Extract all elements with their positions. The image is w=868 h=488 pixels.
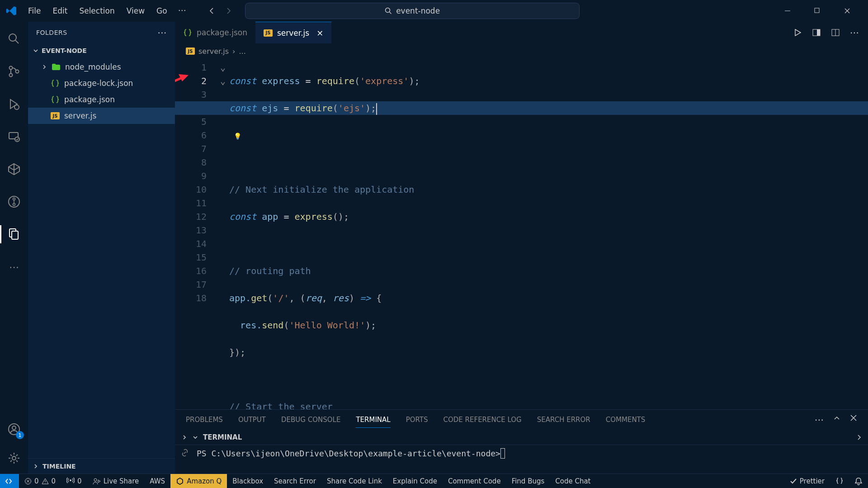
run-debug-icon[interactable] — [6, 96, 22, 112]
project-name: EVENT-NODE — [42, 47, 87, 54]
explorer-activity-icon[interactable] — [6, 226, 22, 242]
status-explain[interactable]: Explain Code — [387, 474, 443, 488]
sidebar-more-icon[interactable]: ⋯ — [158, 27, 167, 38]
breadcrumb-more: ... — [239, 47, 245, 56]
sidebar: FOLDERS ⋯ EVENT-NODE node_modules packag… — [28, 22, 175, 474]
code-content[interactable]: const express = require('express'); cons… — [229, 59, 868, 409]
close-icon[interactable] — [837, 2, 857, 20]
terminal-expand-icon[interactable] — [855, 434, 863, 441]
tree-file-server-js[interactable]: JS server.js — [28, 108, 175, 124]
lightbulb-icon[interactable]: 💡 — [234, 133, 241, 140]
file-tree: node_modules package-lock.json package.j… — [28, 58, 175, 458]
panel-tab-debug[interactable]: DEBUG CONSOLE — [281, 412, 340, 427]
status-problems[interactable]: 0 0 — [19, 474, 61, 488]
panel-tab-searcherr[interactable]: SEARCH ERROR — [537, 412, 590, 427]
panel-tabs: PROBLEMS OUTPUT DEBUG CONSOLE TERMINAL P… — [175, 410, 868, 430]
panel-tab-problems[interactable]: PROBLEMS — [186, 412, 223, 427]
svg-point-11 — [13, 204, 15, 206]
chevron-down-icon — [33, 47, 39, 54]
status-comment[interactable]: Comment Code — [443, 474, 506, 488]
panel-tab-ports[interactable]: PORTS — [406, 412, 428, 427]
fold-icon[interactable]: ⌄ — [220, 61, 229, 74]
panel-more-icon[interactable]: ⋯ — [815, 414, 824, 425]
menu-file[interactable]: File — [23, 3, 46, 19]
status-searcherror[interactable]: Search Error — [269, 474, 321, 488]
chevron-down-icon — [192, 434, 198, 441]
breadcrumb-separator: › — [232, 47, 235, 56]
status-aws[interactable]: AWS — [144, 474, 170, 488]
amazonq-icon — [176, 477, 184, 485]
sidebar-header: FOLDERS ⋯ — [28, 22, 175, 43]
status-codechat[interactable]: Code Chat — [550, 474, 596, 488]
folder-icon — [52, 62, 61, 71]
panel-tab-output[interactable]: OUTPUT — [238, 412, 266, 427]
check-icon — [790, 478, 797, 485]
svg-point-6 — [14, 105, 19, 109]
terminal-header[interactable]: TERMINAL — [175, 430, 868, 445]
tree-label: server.js — [64, 111, 96, 120]
tab-close-icon[interactable]: × — [316, 28, 323, 38]
more-actions-icon[interactable]: ⋯ — [850, 27, 859, 38]
panel-maximize-icon[interactable] — [833, 414, 841, 425]
menu-edit[interactable]: Edit — [47, 3, 73, 19]
menu-view[interactable]: View — [121, 3, 150, 19]
source-control-icon[interactable] — [6, 63, 22, 80]
status-liveshare[interactable]: Live Share — [87, 474, 145, 488]
run-icon[interactable] — [793, 28, 802, 37]
accounts-icon[interactable]: 1 — [6, 421, 22, 437]
error-icon — [24, 478, 32, 485]
settings-gear-icon[interactable] — [6, 450, 22, 466]
tab-label: server.js — [277, 28, 309, 38]
terminal-body[interactable]: PS C:\Users\ijeon\OneDrive\Desktop\examp… — [175, 445, 868, 474]
svg-point-4 — [9, 74, 13, 77]
command-center[interactable]: event-node — [245, 3, 580, 19]
svg-point-0 — [386, 8, 390, 13]
nav-forward-icon[interactable] — [222, 4, 236, 18]
fold-icon[interactable]: ⌄ — [220, 74, 229, 88]
extensions-icon[interactable] — [6, 161, 22, 177]
tree-file-package-lock[interactable]: package-lock.json — [28, 75, 175, 91]
more-activity-icon[interactable]: ⋯ — [6, 259, 22, 275]
menu-selection[interactable]: Selection — [74, 3, 120, 19]
svg-point-2 — [9, 34, 16, 41]
project-section[interactable]: EVENT-NODE — [28, 43, 175, 58]
status-blackbox[interactable]: Blackbox — [227, 474, 269, 488]
git-graph-icon[interactable] — [6, 194, 22, 210]
terminal-link-icon[interactable] — [181, 449, 189, 457]
minimize-icon[interactable] — [778, 2, 797, 20]
breadcrumb[interactable]: JS server.js › ... — [175, 43, 868, 59]
status-findbugs[interactable]: Find Bugs — [506, 474, 550, 488]
status-prettier[interactable]: Prettier — [784, 477, 830, 485]
json-icon — [183, 28, 192, 37]
tree-file-package-json[interactable]: package.json — [28, 91, 175, 108]
nav-back-icon[interactable] — [204, 4, 219, 18]
timeline-section[interactable]: TIMELINE — [28, 458, 175, 474]
status-amazonq[interactable]: Amazon Q — [170, 474, 227, 488]
status-notifications-icon[interactable] — [849, 477, 868, 485]
panel-tab-comments[interactable]: COMMENTS — [606, 412, 646, 427]
menu-go[interactable]: Go — [151, 3, 173, 19]
panel-close-icon[interactable] — [850, 414, 857, 425]
svg-point-22 — [70, 479, 71, 481]
search-activity-icon[interactable] — [6, 31, 22, 47]
svg-point-16 — [12, 456, 16, 460]
split-right-icon[interactable] — [812, 28, 821, 37]
status-port[interactable]: 0 — [61, 474, 87, 488]
status-language-mode[interactable] — [830, 477, 849, 485]
tree-folder-node-modules[interactable]: node_modules — [28, 59, 175, 75]
layout-icon[interactable] — [831, 28, 840, 37]
maximize-icon[interactable] — [807, 2, 827, 20]
editor-actions: ⋯ — [793, 22, 868, 43]
panel-tab-coderef[interactable]: CODE REFERENCE LOG — [443, 412, 522, 427]
svg-rect-13 — [12, 231, 18, 239]
menu-more-icon[interactable]: ⋯ — [174, 3, 191, 19]
status-sharecode[interactable]: Share Code Link — [321, 474, 387, 488]
timeline-label: TIMELINE — [42, 463, 76, 470]
svg-rect-18 — [817, 29, 820, 36]
tab-package-json[interactable]: package.json — [175, 22, 255, 43]
tab-server-js[interactable]: JS server.js × — [255, 22, 331, 43]
code-editor[interactable]: 123 456 789 101112 131415 161718 ⌄ ⌄ con… — [175, 59, 868, 409]
remote-indicator-icon[interactable] — [0, 474, 19, 488]
remote-explorer-icon[interactable] — [6, 128, 22, 145]
panel-tab-terminal[interactable]: TERMINAL — [356, 412, 390, 428]
